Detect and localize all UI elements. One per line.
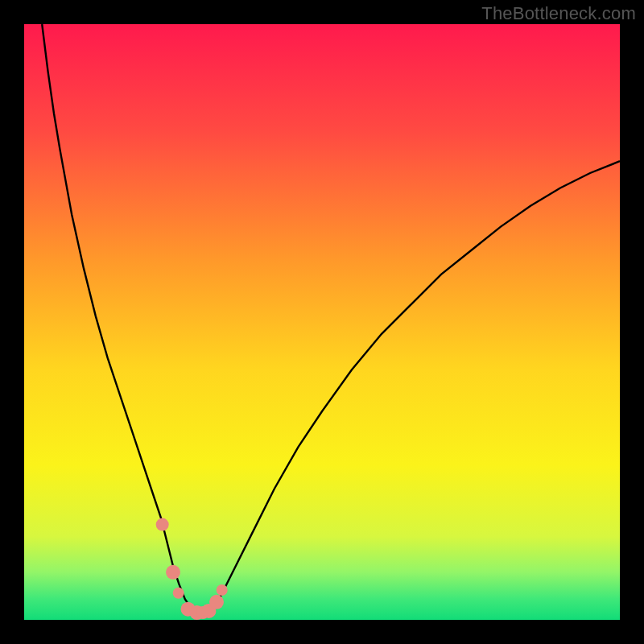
data-marker — [166, 565, 180, 580]
watermark-text: TheBottleneck.com — [481, 3, 636, 24]
plot-background — [24, 24, 620, 620]
data-marker — [156, 518, 169, 531]
data-marker — [209, 595, 224, 609]
data-marker — [217, 584, 228, 596]
bottleneck-chart — [0, 0, 644, 644]
chart-frame: TheBottleneck.com — [0, 0, 644, 644]
data-marker — [173, 588, 184, 599]
